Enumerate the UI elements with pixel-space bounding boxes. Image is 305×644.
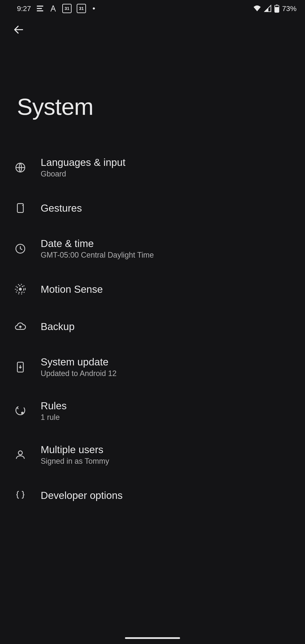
setting-label: System update xyxy=(41,356,116,368)
motion-sense-icon xyxy=(13,282,28,297)
setting-label: Motion Sense xyxy=(41,284,103,295)
battery-percent: 73% xyxy=(282,4,296,13)
setting-text: Motion Sense xyxy=(41,284,103,295)
setting-sub: Updated to Android 12 xyxy=(41,369,116,378)
status-left: 9:27 31 31 xyxy=(17,4,95,13)
clock-icon xyxy=(13,241,28,256)
setting-motion-sense[interactable]: Motion Sense xyxy=(0,270,305,308)
setting-text: Multiple users Signed in as Tommy xyxy=(41,444,109,466)
status-bar: 9:27 31 31 73% xyxy=(0,0,305,17)
setting-label: Multiple users xyxy=(41,444,109,456)
back-arrow-icon[interactable] xyxy=(13,24,24,36)
cloud-upload-icon xyxy=(13,319,28,334)
svg-rect-1 xyxy=(276,5,278,6)
globe-icon xyxy=(13,160,28,175)
setting-languages-input[interactable]: Languages & input Gboard xyxy=(0,146,305,190)
calendar-icon-2: 31 xyxy=(77,4,86,13)
notification-dot-icon xyxy=(93,8,95,10)
toolbar xyxy=(0,17,305,42)
person-icon xyxy=(13,447,28,462)
settings-list: Languages & input Gboard Gestures Date &… xyxy=(0,146,305,514)
font-icon xyxy=(49,4,57,12)
setting-text: Rules 1 rule xyxy=(41,400,67,422)
setting-label: Gestures xyxy=(41,202,82,214)
setting-rules[interactable]: Rules 1 rule xyxy=(0,389,305,433)
wifi-icon xyxy=(253,4,261,13)
setting-developer-options[interactable]: Developer options xyxy=(0,477,305,514)
setting-sub: Signed in as Tommy xyxy=(41,457,109,466)
setting-gestures[interactable]: Gestures xyxy=(0,190,305,227)
setting-label: Languages & input xyxy=(41,156,126,168)
battery-icon xyxy=(274,4,280,13)
page-title: System xyxy=(0,42,305,146)
calendar-icon-1: 31 xyxy=(62,4,72,13)
status-time: 9:27 xyxy=(17,4,31,13)
setting-backup[interactable]: Backup xyxy=(0,308,305,345)
status-right: 73% xyxy=(253,4,296,13)
rules-icon xyxy=(13,403,28,418)
setting-text: Developer options xyxy=(41,490,123,501)
braces-icon xyxy=(13,488,28,503)
svg-point-6 xyxy=(19,288,22,291)
setting-sub: GMT-05:00 Central Daylight Time xyxy=(41,250,154,260)
setting-label: Rules xyxy=(41,400,67,412)
svg-point-10 xyxy=(21,412,24,414)
setting-label: Developer options xyxy=(41,490,123,501)
setting-label: Backup xyxy=(41,321,74,332)
setting-text: Gestures xyxy=(41,202,82,214)
setting-text: Backup xyxy=(41,321,74,332)
setting-date-time[interactable]: Date & time GMT-05:00 Central Daylight T… xyxy=(0,227,305,270)
svg-rect-4 xyxy=(17,204,23,212)
setting-multiple-users[interactable]: Multiple users Signed in as Tommy xyxy=(0,433,305,477)
svg-point-11 xyxy=(18,451,22,455)
gesture-nav-bar[interactable] xyxy=(125,637,180,639)
setting-text: System update Updated to Android 12 xyxy=(41,356,116,378)
cell-signal-icon xyxy=(264,5,272,12)
setting-text: Date & time GMT-05:00 Central Daylight T… xyxy=(41,238,154,260)
setting-sub: Gboard xyxy=(41,170,126,178)
setting-label: Date & time xyxy=(41,238,154,249)
setting-sub: 1 rule xyxy=(41,413,67,422)
setting-system-update[interactable]: System update Updated to Android 12 xyxy=(0,345,305,389)
svg-rect-2 xyxy=(275,7,279,12)
setting-text: Languages & input Gboard xyxy=(41,156,126,178)
app-icon-e xyxy=(36,4,44,12)
phone-download-icon xyxy=(13,360,28,375)
phone-sparkle-icon xyxy=(13,200,28,216)
